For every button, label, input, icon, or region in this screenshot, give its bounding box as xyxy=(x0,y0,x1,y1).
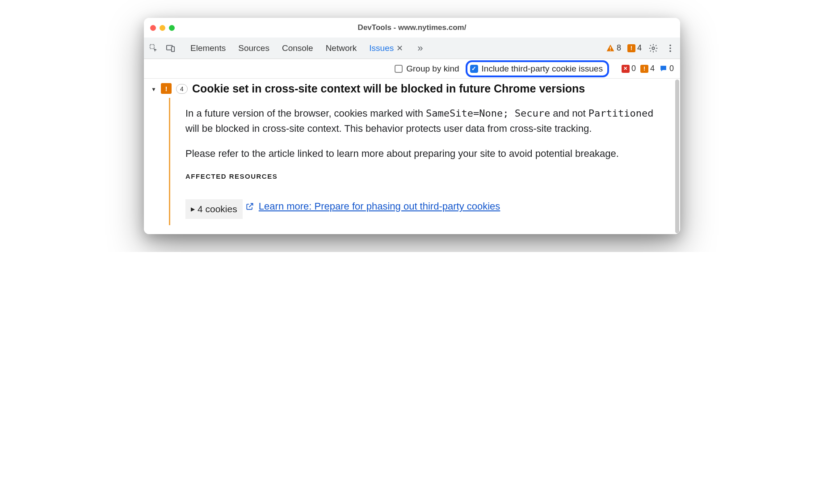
warning-badge-icon: ! xyxy=(640,65,648,73)
tab-network[interactable]: Network xyxy=(326,43,357,53)
info-chat-icon xyxy=(659,64,668,73)
group-by-kind-label: Group by kind xyxy=(406,64,459,74)
cookies-label: 4 cookies xyxy=(198,202,237,217)
issue-header-row[interactable]: ▼ ! 4 Cookie set in cross-site context w… xyxy=(151,83,673,95)
warnings-count: 4 xyxy=(650,64,655,73)
tab-elements[interactable]: Elements xyxy=(190,43,226,53)
settings-gear-icon[interactable] xyxy=(648,43,659,54)
issue-paragraph-2: Please refer to the article linked to le… xyxy=(185,146,668,161)
tab-console[interactable]: Console xyxy=(282,43,313,53)
affected-resources-heading: AFFECTED RESOURCES xyxy=(185,171,668,181)
issues-filter-bar: Group by kind ✓ Include third-party cook… xyxy=(144,59,680,79)
svg-rect-2 xyxy=(172,46,174,51)
panel-tabs: Elements Sources Console Network Issues … xyxy=(190,42,423,54)
error-badge-icon: ✕ xyxy=(622,65,630,73)
issue-title: Cookie set in cross-site context will be… xyxy=(192,82,585,95)
group-by-kind-checkbox[interactable]: Group by kind xyxy=(395,64,459,74)
svg-point-5 xyxy=(652,47,655,50)
close-tab-icon[interactable]: ✕ xyxy=(396,43,403,53)
svg-point-7 xyxy=(669,47,671,49)
tab-issues-label: Issues xyxy=(369,43,394,53)
include-third-party-label: Include third-party cookie issues xyxy=(482,64,603,74)
info-counter[interactable]: 0 xyxy=(659,64,674,73)
info-count: 0 xyxy=(669,64,674,73)
issues-content: ▼ ! 4 Cookie set in cross-site context w… xyxy=(144,79,680,234)
issue-body: In a future version of the browser, cook… xyxy=(169,98,673,225)
warnings-counter[interactable]: ! 4 xyxy=(640,64,655,73)
devtools-window: DevTools - www.nytimes.com/ Elements Sou… xyxy=(144,18,680,234)
issue-count-pill: 4 xyxy=(176,84,188,94)
issue-text: and not xyxy=(550,108,589,119)
window-title: DevTools - www.nytimes.com/ xyxy=(144,23,680,32)
issue-text: In a future version of the browser, cook… xyxy=(185,108,426,119)
warning-counter[interactable]: 8 xyxy=(606,43,621,53)
toolbar-left: Elements Sources Console Network Issues … xyxy=(148,42,423,54)
disclosure-triangle-right-icon: ▶ xyxy=(191,205,195,214)
titlebar: DevTools - www.nytimes.com/ xyxy=(144,18,680,38)
tab-issues[interactable]: Issues ✕ xyxy=(369,43,403,53)
tab-sources[interactable]: Sources xyxy=(238,43,269,53)
issue-text: will be blocked in cross-site context. T… xyxy=(185,123,592,134)
errors-counter[interactable]: ✕ 0 xyxy=(622,64,636,73)
inspect-element-icon[interactable] xyxy=(148,43,159,54)
svg-point-6 xyxy=(669,44,671,46)
issues-counter[interactable]: ! 4 xyxy=(627,43,642,53)
checkbox-checked-icon: ✓ xyxy=(470,65,478,73)
main-toolbar: Elements Sources Console Network Issues … xyxy=(144,38,680,59)
issue-severity-icon: ! xyxy=(161,83,172,94)
disclosure-triangle-down-icon[interactable]: ▼ xyxy=(151,86,156,92)
code-partitioned: Partitioned xyxy=(589,108,654,119)
include-third-party-highlight: ✓ Include third-party cookie issues xyxy=(466,60,609,77)
more-menu-kebab-icon[interactable] xyxy=(665,43,676,54)
filterbar-left: Group by kind ✓ Include third-party cook… xyxy=(150,60,617,77)
more-tabs-icon[interactable]: » xyxy=(417,42,423,54)
issues-count: 4 xyxy=(637,43,642,53)
issue-badge-icon: ! xyxy=(627,44,635,52)
checkbox-unchecked-icon xyxy=(395,65,403,73)
svg-rect-4 xyxy=(610,50,611,50)
include-third-party-checkbox[interactable]: ✓ Include third-party cookie issues xyxy=(470,64,603,74)
learn-more-text: Learn more: Prepare for phasing out thir… xyxy=(259,199,500,214)
severity-counters: ✕ 0 ! 4 0 xyxy=(622,64,674,73)
svg-rect-0 xyxy=(150,44,154,48)
affected-cookies-toggle[interactable]: ▶ 4 cookies xyxy=(185,199,243,219)
device-toolbar-icon[interactable] xyxy=(165,43,176,54)
code-samesite: SameSite=None; Secure xyxy=(426,108,550,119)
svg-rect-3 xyxy=(610,46,611,49)
external-link-icon xyxy=(245,202,254,211)
issue-paragraph-1: In a future version of the browser, cook… xyxy=(185,106,668,136)
errors-count: 0 xyxy=(631,64,636,73)
warning-count: 8 xyxy=(617,43,621,53)
toolbar-right: 8 ! 4 xyxy=(606,43,676,54)
scrollbar[interactable] xyxy=(675,80,679,233)
warning-triangle-icon xyxy=(606,44,615,53)
svg-point-8 xyxy=(669,50,671,52)
learn-more-link[interactable]: Learn more: Prepare for phasing out thir… xyxy=(245,199,500,214)
